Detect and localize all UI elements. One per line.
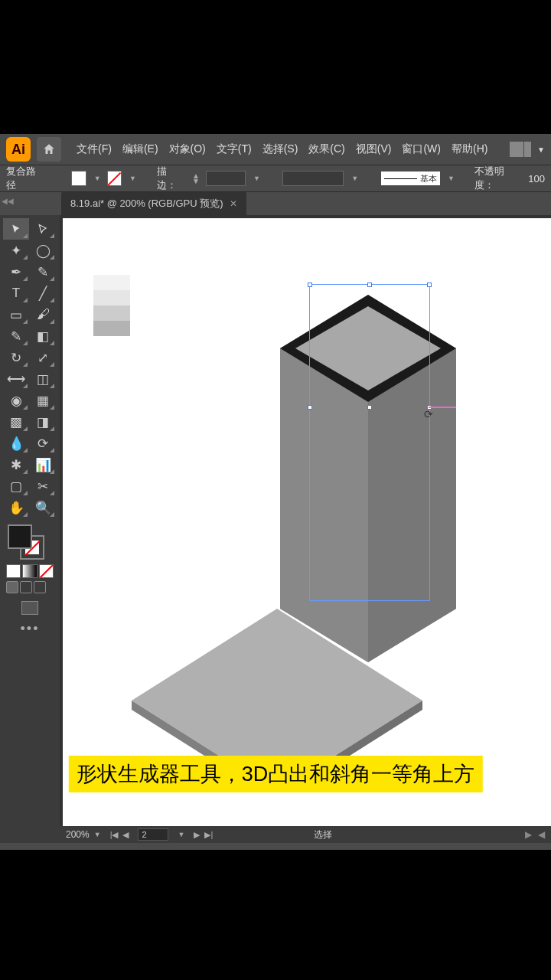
menu-text[interactable]: 文字(T) bbox=[212, 139, 256, 159]
swatch-palette bbox=[93, 275, 130, 336]
palette-swatch[interactable] bbox=[93, 275, 130, 290]
line-tool-icon[interactable]: ╱ bbox=[30, 283, 56, 304]
menu-object[interactable]: 对象(O) bbox=[165, 139, 210, 159]
eraser-tool-icon[interactable]: ◧ bbox=[30, 325, 56, 347]
more-tools-icon[interactable]: ••• bbox=[3, 621, 57, 637]
menu-file[interactable]: 文件(F) bbox=[72, 139, 116, 159]
current-tool-label: 选择 bbox=[314, 828, 332, 841]
color-picker-area bbox=[3, 523, 57, 563]
eyedropper-tool-icon[interactable]: 💧 bbox=[3, 433, 29, 454]
hand-tool-icon[interactable]: ✋ bbox=[3, 497, 29, 518]
tab-close-icon[interactable]: ✕ bbox=[230, 198, 237, 209]
artboard-number-input[interactable] bbox=[138, 828, 168, 841]
zoom-level[interactable]: 200% bbox=[66, 829, 90, 840]
zoom-dropdown-icon[interactable]: ▼ bbox=[94, 831, 101, 838]
var-width-dropdown-icon[interactable]: ▼ bbox=[351, 175, 358, 182]
fill-color-box[interactable] bbox=[8, 524, 32, 549]
next-artboard-icon[interactable]: ▶ bbox=[192, 830, 201, 840]
palette-swatch[interactable] bbox=[93, 290, 130, 305]
lasso-tool-icon[interactable]: ◯ bbox=[30, 240, 56, 261]
document-tab-title: 8.19.ai* @ 200% (RGB/GPU 预览) bbox=[70, 197, 223, 211]
app-logo-icon[interactable]: Ai bbox=[6, 137, 31, 162]
canvas[interactable]: ⟳ 200% ▼ |◀ ◀ ▼ ▶ bbox=[60, 215, 551, 843]
brush-profile-preview[interactable]: 基本 bbox=[381, 172, 440, 185]
shaper-tool-icon[interactable]: ✎ bbox=[3, 325, 29, 347]
opacity-value[interactable]: 100 bbox=[528, 173, 545, 185]
slice-tool-icon[interactable]: ✂ bbox=[30, 475, 56, 497]
fill-dropdown-icon[interactable]: ▼ bbox=[94, 175, 101, 182]
selection-handle[interactable] bbox=[367, 283, 372, 287]
toolbar: ✦ ◯ ✒ ✎ T ╱ ▭ 🖌 ✎ ◧ ↻ ⤢ ⟷ ◫ ◉ ▦ ▩ ◨ 💧 ⟳ bbox=[0, 215, 60, 843]
stroke-weight-dropdown-icon[interactable]: ▼ bbox=[253, 175, 260, 182]
direct-selection-tool-icon[interactable] bbox=[30, 218, 56, 240]
type-tool-icon[interactable]: T bbox=[3, 283, 29, 304]
last-artboard-icon[interactable]: ▶| bbox=[203, 830, 214, 840]
document-tab[interactable]: 8.19.ai* @ 200% (RGB/GPU 预览) ✕ bbox=[61, 192, 246, 215]
palette-swatch[interactable] bbox=[93, 321, 130, 336]
profile-label: 基本 bbox=[420, 173, 437, 185]
scroll-left-icon[interactable]: ◀ bbox=[538, 829, 545, 840]
gradient-tool-icon[interactable]: ◨ bbox=[30, 411, 56, 433]
home-icon[interactable] bbox=[37, 137, 61, 162]
stroke-weight-input[interactable] bbox=[206, 171, 246, 186]
mesh-tool-icon[interactable]: ▩ bbox=[3, 411, 29, 433]
artboard[interactable]: ⟳ bbox=[63, 218, 551, 826]
selection-tool-icon[interactable] bbox=[3, 218, 29, 240]
curvature-tool-icon[interactable]: ✎ bbox=[30, 261, 56, 283]
variable-width-input[interactable] bbox=[282, 171, 344, 186]
first-artboard-icon[interactable]: |◀ bbox=[109, 830, 120, 840]
paintbrush-tool-icon[interactable]: 🖌 bbox=[30, 304, 56, 325]
pen-tool-icon[interactable]: ✒ bbox=[3, 261, 29, 283]
selection-handle[interactable] bbox=[427, 283, 432, 287]
perspective-tool-icon[interactable]: ▦ bbox=[30, 390, 56, 411]
draw-normal-icon[interactable] bbox=[6, 581, 18, 593]
free-transform-tool-icon[interactable]: ◫ bbox=[30, 368, 56, 390]
document-tab-bar: 8.19.ai* @ 200% (RGB/GPU 预览) ✕ bbox=[0, 192, 551, 215]
draw-inside-icon[interactable] bbox=[34, 581, 46, 593]
color-mode-solid-icon[interactable] bbox=[6, 564, 21, 578]
shape-builder-tool-icon[interactable]: ◉ bbox=[3, 390, 29, 411]
profile-dropdown-icon[interactable]: ▼ bbox=[448, 175, 455, 182]
pillar-shape[interactable] bbox=[280, 295, 456, 662]
application-window: Ai 文件(F) 编辑(E) 对象(O) 文字(T) 选择(S) 效果(C) 视… bbox=[0, 134, 551, 850]
color-mode-none-icon[interactable] bbox=[39, 564, 54, 578]
palette-swatch[interactable] bbox=[93, 305, 130, 321]
selection-handle[interactable] bbox=[308, 283, 312, 287]
stroke-stepper-icon[interactable]: ▲▼ bbox=[192, 173, 200, 184]
stroke-dropdown-icon[interactable]: ▼ bbox=[129, 175, 136, 182]
rectangle-tool-icon[interactable]: ▭ bbox=[3, 304, 29, 325]
collapse-handle-icon[interactable]: ◀◀ bbox=[2, 197, 14, 205]
scroll-right-icon[interactable]: ▶ bbox=[525, 829, 532, 840]
graph-tool-icon[interactable]: 📊 bbox=[30, 454, 56, 475]
artboard-dropdown-icon[interactable]: ▼ bbox=[178, 831, 184, 838]
menu-window[interactable]: 窗口(W) bbox=[397, 139, 445, 159]
opacity-label: 不透明度： bbox=[474, 165, 523, 192]
status-bar: 200% ▼ |◀ ◀ ▼ ▶ ▶| 选择 ▶ ◀ bbox=[60, 826, 551, 843]
prev-artboard-icon[interactable]: ◀ bbox=[121, 830, 130, 840]
stroke-color-swatch[interactable] bbox=[107, 171, 122, 186]
screen-mode-icon[interactable] bbox=[3, 601, 57, 615]
menubar: Ai 文件(F) 编辑(E) 对象(O) 文字(T) 选择(S) 效果(C) 视… bbox=[0, 134, 551, 165]
width-tool-icon[interactable]: ⟷ bbox=[3, 368, 29, 390]
color-mode-gradient-icon[interactable] bbox=[22, 564, 37, 578]
fill-color-swatch[interactable] bbox=[71, 171, 86, 186]
work-area: ✦ ◯ ✒ ✎ T ╱ ▭ 🖌 ✎ ◧ ↻ ⤢ ⟷ ◫ ◉ ▦ ▩ ◨ 💧 ⟳ bbox=[0, 215, 551, 843]
menu-effect[interactable]: 效果(C) bbox=[304, 139, 349, 159]
rotate-tool-icon[interactable]: ↻ bbox=[3, 347, 29, 368]
menu-view[interactable]: 视图(V) bbox=[351, 139, 396, 159]
stroke-weight-label: 描边： bbox=[157, 165, 186, 192]
menu-select[interactable]: 选择(S) bbox=[258, 139, 303, 159]
subtitle-caption: 形状生成器工具，3D凸出和斜角一等角上方 bbox=[69, 756, 483, 792]
zoom-tool-icon[interactable]: 🔍 bbox=[30, 497, 56, 518]
workspace-layout-icon[interactable] bbox=[510, 142, 531, 157]
menu-help[interactable]: 帮助(H) bbox=[447, 139, 492, 159]
symbol-sprayer-tool-icon[interactable]: ✱ bbox=[3, 454, 29, 475]
scale-tool-icon[interactable]: ⤢ bbox=[30, 347, 56, 368]
selection-type-label: 复合路径 bbox=[6, 165, 44, 192]
draw-behind-icon[interactable] bbox=[20, 581, 32, 593]
menu-edit[interactable]: 编辑(E) bbox=[118, 139, 163, 159]
artboard-tool-icon[interactable]: ▢ bbox=[3, 475, 29, 497]
blend-tool-icon[interactable]: ⟳ bbox=[30, 433, 56, 454]
workspace-chevron-icon[interactable]: ▼ bbox=[537, 145, 545, 154]
magic-wand-tool-icon[interactable]: ✦ bbox=[3, 240, 29, 261]
